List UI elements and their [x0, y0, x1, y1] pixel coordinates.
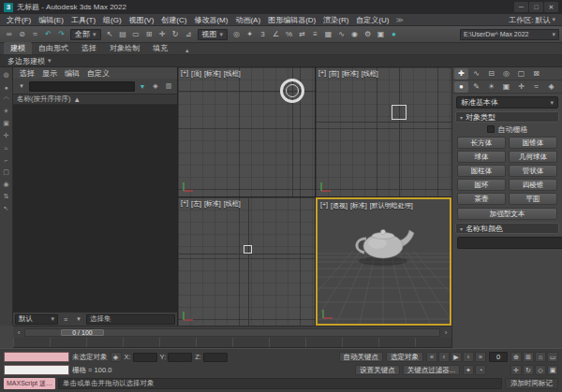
- display-cameras-icon[interactable]: ▣: [1, 118, 12, 129]
- maxscript-macro-recorder[interactable]: [4, 352, 69, 362]
- primitive-button[interactable]: 圆环: [457, 179, 506, 191]
- percent-snap-icon[interactable]: %: [283, 28, 295, 41]
- viewport-menu-icon[interactable]: [+]: [320, 201, 328, 211]
- zoom-region-icon[interactable]: ▭: [547, 352, 558, 362]
- viewport-shading-label[interactable]: [线框]: [224, 199, 241, 209]
- viewport-menu-icon[interactable]: [+]: [318, 69, 326, 79]
- viewport-shading-label[interactable]: [线框]: [362, 69, 378, 79]
- mirror-icon[interactable]: ⇄: [296, 28, 308, 41]
- set-key-mode-icon[interactable]: ✦: [463, 365, 474, 375]
- hierarchy-tab[interactable]: ⊟: [484, 68, 498, 80]
- menu-item[interactable]: 工具(T): [67, 15, 99, 25]
- columns-icon[interactable]: ▥: [163, 80, 174, 92]
- sort-mode-icon[interactable]: ⇅: [1, 191, 12, 202]
- ribbon-collapse-icon[interactable]: ▴: [182, 47, 193, 54]
- orbit-icon[interactable]: ↻: [523, 365, 534, 375]
- go-to-end-icon[interactable]: »: [475, 352, 486, 362]
- viewport-front[interactable]: [+] [前] [标准] [线框]: [316, 67, 451, 196]
- viewport-shading-label[interactable]: [默认明暗处理]: [370, 201, 413, 211]
- time-slider-handle[interactable]: 0 / 100: [61, 329, 104, 336]
- workspace-selector[interactable]: 工作区: 默认 ▾: [505, 15, 559, 25]
- move-icon[interactable]: ✛: [156, 28, 169, 41]
- material-editor-icon[interactable]: ◉: [348, 28, 361, 41]
- ribbon-tab[interactable]: 选择: [75, 42, 103, 54]
- filter-funnel-icon[interactable]: ▼: [137, 80, 148, 92]
- explorer-column-header[interactable]: 名称(按升序排序) ▲: [13, 94, 177, 105]
- find-dropdown-icon[interactable]: ▾: [16, 80, 27, 92]
- torus-object[interactable]: [280, 79, 304, 103]
- footer-filter-icon[interactable]: ▾: [73, 313, 84, 325]
- menu-item[interactable]: 渲染(R): [319, 15, 352, 25]
- selected-dropdown[interactable]: 选定对象: [386, 352, 423, 362]
- display-helpers-icon[interactable]: ✛: [1, 130, 12, 141]
- name-color-rollout[interactable]: ▾ 名称和颜色: [455, 223, 559, 234]
- motion-tab[interactable]: ◎: [499, 68, 513, 80]
- viewport-render-preset[interactable]: [标准]: [204, 69, 221, 79]
- select-by-name-icon[interactable]: ▤: [117, 28, 129, 41]
- display-lights-icon[interactable]: ☀: [1, 106, 12, 117]
- create-tab[interactable]: ✚: [454, 68, 468, 80]
- go-to-start-icon[interactable]: «: [426, 352, 437, 362]
- track-bar[interactable]: [13, 338, 451, 348]
- angle-snap-icon[interactable]: ∠: [270, 28, 282, 41]
- menu-item[interactable]: 图形编辑器(D): [264, 15, 319, 25]
- render-setup-icon[interactable]: ⚙: [362, 28, 374, 41]
- display-bones-icon[interactable]: ⌐: [1, 154, 12, 166]
- viewport-render-preset[interactable]: [标准]: [204, 199, 221, 209]
- unlink-icon[interactable]: ⊘: [16, 28, 28, 41]
- selection-set-field[interactable]: 选择集: [86, 314, 175, 325]
- shapes-category[interactable]: ✎: [469, 81, 483, 93]
- menu-item[interactable]: 动画(A): [231, 15, 264, 25]
- display-containers-icon[interactable]: ▢: [1, 167, 12, 178]
- key-filters-button[interactable]: 关键点过滤器...: [403, 365, 460, 375]
- window-crossing-icon[interactable]: ⊞: [143, 28, 155, 41]
- primitive-button[interactable]: 茶壶: [457, 193, 506, 205]
- scene-explorer-toggle-icon[interactable]: ▦: [322, 28, 334, 41]
- primitive-button[interactable]: 圆锥体: [509, 137, 557, 149]
- modify-tab[interactable]: ∿: [469, 68, 483, 80]
- viewport-perspective-active[interactable]: [+] [透视] [标准] [默认明暗处理]: [316, 197, 451, 326]
- geometry-category[interactable]: ●: [454, 81, 468, 93]
- pan-icon[interactable]: ✛: [510, 365, 522, 375]
- add-time-tag-button[interactable]: 添加时间标记: [505, 378, 558, 389]
- viewport-top[interactable]: [+] [顶] [标准] [线框]: [178, 67, 315, 196]
- scale-icon[interactable]: ⊿: [183, 28, 195, 41]
- pick-mode-icon[interactable]: ↖: [1, 203, 12, 214]
- display-materials-icon[interactable]: ◉: [1, 179, 12, 190]
- explorer-menu-item[interactable]: 自定义: [83, 68, 113, 79]
- reference-coordinate-dropdown[interactable]: 视图 ▾: [198, 29, 229, 40]
- object-name-input[interactable]: [457, 237, 562, 249]
- z-coordinate-field[interactable]: [203, 353, 228, 362]
- viewport-pov-label[interactable]: [左]: [191, 199, 201, 209]
- explorer-menu-item[interactable]: 显示: [38, 68, 61, 79]
- viewport-left[interactable]: [+] [左] [标准] [线框]: [178, 197, 315, 326]
- next-frame-arrow[interactable]: ›: [442, 328, 450, 337]
- menu-item[interactable]: 视图(V): [126, 15, 158, 25]
- viewport-render-preset[interactable]: [标准]: [342, 69, 359, 79]
- display-spacewarps-icon[interactable]: ≈: [1, 142, 12, 153]
- manipulate-icon[interactable]: ✦: [244, 28, 256, 41]
- explorer-object-list[interactable]: [13, 105, 177, 312]
- pivot-center-icon[interactable]: ◎: [230, 28, 243, 41]
- minimize-button[interactable]: ─: [514, 2, 528, 12]
- play-icon[interactable]: ▶: [451, 352, 462, 362]
- menu-item[interactable]: 自定义(U): [352, 15, 392, 25]
- cameras-category[interactable]: ▣: [499, 81, 513, 93]
- fov-icon[interactable]: ◇: [535, 365, 546, 375]
- zoom-extents-icon[interactable]: ⌂: [535, 352, 546, 362]
- maximize-viewport-icon[interactable]: ▣: [547, 365, 558, 375]
- object-class-dropdown[interactable]: 标准基本体 ▾: [456, 96, 558, 109]
- bind-spacewarp-icon[interactable]: ≈: [29, 28, 41, 41]
- current-frame-field[interactable]: 0: [489, 352, 508, 362]
- selection-region-icon[interactable]: ▭: [130, 28, 142, 41]
- textplus-button[interactable]: 加强型文本: [457, 208, 557, 220]
- object-type-rollout[interactable]: ▾ 对象类型: [455, 111, 559, 123]
- footer-list-icon[interactable]: ≡: [60, 313, 71, 325]
- select-link-icon[interactable]: ∞: [3, 28, 15, 41]
- polygon-modeling-panel[interactable]: 多边形建模 ▾: [7, 56, 52, 66]
- zoom-all-icon[interactable]: ⊞: [523, 352, 534, 362]
- box-object[interactable]: [392, 105, 407, 120]
- viewport-menu-icon[interactable]: [+]: [181, 69, 188, 79]
- set-key-button[interactable]: 设置关键点: [355, 365, 400, 375]
- maxscript-mini-listener-label[interactable]: MAXScript 迷…: [4, 378, 55, 389]
